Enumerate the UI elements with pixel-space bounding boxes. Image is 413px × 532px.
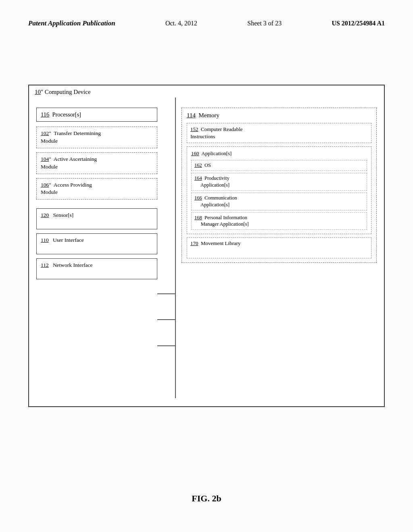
caption-text: FIG. 2b xyxy=(192,493,221,503)
publication-label: Patent Application Publication xyxy=(28,19,115,27)
communication-box: 166 Communication Application[s] xyxy=(191,193,367,210)
memory-outer-box: 114 Memory 152 Computer ReadableInstruct… xyxy=(181,108,377,263)
left-column: 116 Processor[s] 102" Transfer Determini… xyxy=(36,108,157,283)
applications-outer-box: 160 Application[s] 162 OS 164 Productivi… xyxy=(187,146,371,234)
os-box: 162 OS xyxy=(191,160,367,171)
cri-box: 152 Computer ReadableInstructions xyxy=(187,123,371,143)
date-label: Oct. 4, 2012 xyxy=(165,20,197,27)
page: Patent Application Publication Oct. 4, 2… xyxy=(0,0,413,532)
module-104-box: 104" Active AscertainingModule xyxy=(36,152,157,174)
diagram-area: 10" Computing Device 116 Processor[s] 10… xyxy=(28,64,385,403)
network-interface-connector xyxy=(157,345,175,346)
module-102-box: 102" Transfer DeterminingModule xyxy=(36,127,157,148)
sheet-label: Sheet 3 of 23 xyxy=(247,20,282,27)
sensor-connector xyxy=(157,293,175,294)
applications-label: 160 Application[s] xyxy=(191,150,367,157)
computing-device-box: 10" Computing Device 116 Processor[s] 10… xyxy=(28,85,385,407)
right-column: 114 Memory 152 Computer ReadableInstruct… xyxy=(181,108,377,268)
header: Patent Application Publication Oct. 4, 2… xyxy=(28,19,385,27)
module-106-box: 106" Access ProvidingModule xyxy=(36,178,157,200)
user-interface-box: 110 User Interface xyxy=(36,233,157,254)
network-interface-box: 112 Network Interface xyxy=(36,258,157,279)
pim-box: 168 Personal Information Manager Applica… xyxy=(191,212,367,230)
computing-device-label: 10" Computing Device xyxy=(35,89,91,96)
movement-library-box: 170 Movement Library xyxy=(187,237,371,258)
processor-box: 116 Processor[s] xyxy=(36,108,157,122)
productivity-box: 164 Productivity Application[s] xyxy=(191,173,367,191)
user-interface-connector xyxy=(157,319,175,320)
figure-caption: FIG. 2b xyxy=(0,493,413,504)
sensor-box: 120 Sensor[s] xyxy=(36,208,157,229)
divider-line xyxy=(175,98,176,398)
memory-label: 114 Memory xyxy=(187,112,371,119)
patent-number-label: US 2012/254984 A1 xyxy=(332,20,385,27)
